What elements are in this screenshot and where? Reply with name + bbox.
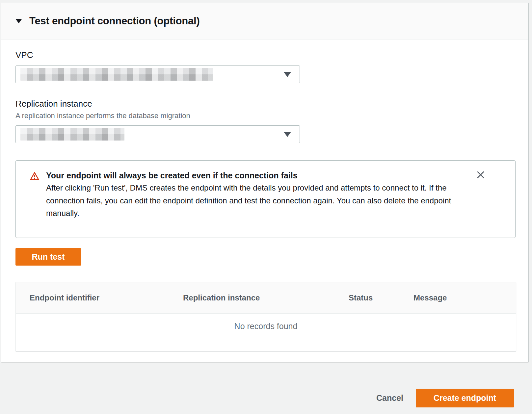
table-header-row: Endpoint identifier Replication instance… xyxy=(16,282,516,314)
table-empty-state: No records found xyxy=(16,314,516,351)
create-endpoint-button[interactable]: Create endpoint xyxy=(416,389,514,407)
test-endpoint-connection-card: Test endpoint connection (optional) VPC … xyxy=(1,3,528,362)
alert-text: Your endpoint will always be created eve… xyxy=(46,169,472,228)
test-results-table: Endpoint identifier Replication instance… xyxy=(15,282,516,351)
vpc-label: VPC xyxy=(15,50,514,60)
warning-triangle-icon xyxy=(30,171,40,228)
warning-alert: Your endpoint will always be created eve… xyxy=(15,160,516,238)
replication-instance-label: Replication instance xyxy=(15,99,514,109)
collapse-triangle-icon xyxy=(15,19,22,23)
form-footer: Cancel Create endpoint xyxy=(0,389,532,407)
alert-body: After clicking 'Run test', DMS creates t… xyxy=(46,182,472,220)
column-header-endpoint-identifier: Endpoint identifier xyxy=(16,293,171,302)
replication-instance-selected-value-redacted xyxy=(20,128,124,141)
vpc-selected-value-redacted xyxy=(20,68,213,81)
replication-instance-description: A replication instance performs the data… xyxy=(15,112,514,120)
column-header-message: Message xyxy=(402,293,516,302)
chevron-down-icon xyxy=(284,72,291,77)
alert-title: Your endpoint will always be created eve… xyxy=(46,169,472,182)
vpc-select[interactable] xyxy=(15,65,300,83)
column-header-replication-instance: Replication instance xyxy=(171,293,338,302)
close-icon[interactable] xyxy=(476,170,486,180)
chevron-down-icon xyxy=(284,132,291,137)
replication-instance-select[interactable] xyxy=(15,125,300,143)
cancel-button[interactable]: Cancel xyxy=(376,393,403,403)
section-header[interactable]: Test endpoint connection (optional) xyxy=(1,3,528,39)
section-title: Test endpoint connection (optional) xyxy=(29,15,200,27)
column-header-status: Status xyxy=(338,293,402,302)
run-test-button[interactable]: Run test xyxy=(15,248,81,266)
section-body: VPC Replication instance A replication i… xyxy=(1,50,528,351)
